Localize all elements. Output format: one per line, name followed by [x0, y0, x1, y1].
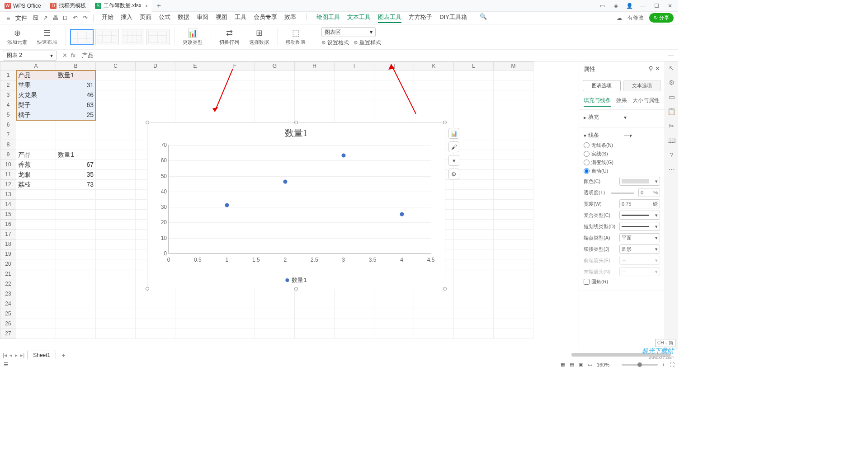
window-rect-icon[interactable]: ▭	[599, 3, 606, 9]
cell[interactable]	[56, 230, 96, 240]
cell[interactable]	[414, 70, 454, 80]
cell[interactable]	[96, 319, 136, 329]
cell[interactable]	[454, 110, 494, 120]
plot-area[interactable]: 01020304050607000.511.522.533.544.5	[168, 145, 431, 254]
rtab-start[interactable]: 开始	[102, 13, 113, 23]
cell[interactable]	[494, 240, 533, 249]
cell[interactable]	[374, 329, 414, 339]
colhead-E[interactable]: E	[175, 61, 215, 70]
tab-templates[interactable]: D 找稻壳模板	[46, 0, 90, 12]
cell[interactable]: 35	[56, 170, 96, 180]
data-point[interactable]	[400, 212, 404, 216]
cell[interactable]	[16, 259, 56, 269]
cell[interactable]	[175, 289, 215, 299]
cell[interactable]	[215, 110, 255, 120]
sheet-add[interactable]: +	[59, 352, 68, 359]
cell[interactable]	[16, 319, 56, 329]
colhead-M[interactable]: M	[494, 61, 533, 70]
cell[interactable]	[16, 309, 56, 319]
cell[interactable]	[96, 70, 136, 80]
view-break-icon[interactable]: ▣	[579, 362, 583, 367]
cell[interactable]	[374, 100, 414, 110]
cell[interactable]	[16, 329, 56, 339]
cell[interactable]	[454, 299, 494, 309]
tab-add[interactable]: +	[152, 2, 165, 10]
cell[interactable]	[96, 150, 136, 160]
cell[interactable]: 67	[56, 160, 96, 170]
rowhead-3[interactable]: 3	[0, 90, 16, 100]
cell[interactable]	[16, 289, 56, 299]
join-select[interactable]: 圆形▾	[619, 244, 660, 254]
tab-workbook[interactable]: S 工作簿数量.xlsx •	[90, 0, 152, 12]
rtab-draw[interactable]: 绘图工具	[316, 13, 340, 23]
cell[interactable]	[255, 289, 295, 299]
rtab-view[interactable]: 视图	[216, 13, 227, 23]
cell[interactable]	[56, 269, 96, 279]
data-point[interactable]	[341, 154, 345, 158]
cell[interactable]	[414, 309, 454, 319]
cell[interactable]	[255, 309, 295, 319]
prop-tab-text[interactable]: 文本选项	[623, 80, 661, 91]
close-window-icon[interactable]: ✕	[666, 3, 674, 9]
file-menu[interactable]: 文件	[13, 14, 30, 22]
cell[interactable]	[96, 249, 136, 259]
close-panel-icon[interactable]: ✕	[655, 65, 660, 72]
colhead-L[interactable]: L	[454, 61, 494, 70]
fill-section-head[interactable]: 填充	[588, 113, 599, 121]
data-point[interactable]	[225, 203, 229, 207]
cell[interactable]	[96, 289, 136, 299]
cell[interactable]	[175, 90, 215, 100]
cell[interactable]: 31	[56, 80, 96, 90]
cell[interactable]	[494, 140, 533, 150]
cell[interactable]	[335, 100, 374, 110]
cell[interactable]	[295, 110, 335, 120]
rtab-diy[interactable]: DIY工具箱	[439, 13, 467, 23]
rowhead-14[interactable]: 14	[0, 200, 16, 210]
cell[interactable]	[414, 110, 454, 120]
prop-tab-chart[interactable]: 图表选项	[583, 80, 621, 91]
colhead-K[interactable]: K	[414, 61, 454, 70]
cell[interactable]	[374, 299, 414, 309]
rowhead-6[interactable]: 6	[0, 120, 16, 130]
cell[interactable]	[335, 289, 374, 299]
cell[interactable]	[335, 90, 374, 100]
cell[interactable]	[16, 140, 56, 150]
cell[interactable]	[215, 70, 255, 80]
cell[interactable]	[414, 289, 454, 299]
cell[interactable]	[96, 160, 136, 170]
share-button[interactable]: ↻ 分享	[649, 13, 674, 23]
cell[interactable]: 苹果	[16, 80, 56, 90]
cell[interactable]	[96, 279, 136, 289]
cell[interactable]	[136, 80, 175, 90]
cell[interactable]	[16, 269, 56, 279]
cell[interactable]: 数量1	[56, 70, 96, 80]
view-page-icon[interactable]: ▤	[570, 362, 574, 367]
colhead-F[interactable]: F	[215, 61, 255, 70]
cell[interactable]	[56, 200, 96, 210]
rowhead-4[interactable]: 4	[0, 100, 16, 110]
rowhead-20[interactable]: 20	[0, 259, 16, 269]
subtab-fill[interactable]: 填充与线条	[584, 97, 611, 107]
zoom-slider[interactable]	[622, 364, 658, 366]
cell[interactable]	[96, 269, 136, 279]
rowhead-16[interactable]: 16	[0, 220, 16, 230]
cell[interactable]	[494, 120, 533, 130]
undo-icon[interactable]: ↶	[71, 14, 80, 21]
cell[interactable]	[494, 210, 533, 220]
cell[interactable]	[215, 319, 255, 329]
sheet-area[interactable]: ABCDEFGHIJKLM 1产品数量12苹果313火龙果464梨子635橘子2…	[0, 61, 579, 350]
cell[interactable]	[255, 100, 295, 110]
cell[interactable]	[494, 150, 533, 160]
fill-dropdown[interactable]: ▾	[624, 114, 660, 121]
clipboard-icon[interactable]: 📋	[667, 108, 676, 116]
cell[interactable]	[96, 309, 136, 319]
cell[interactable]	[175, 329, 215, 339]
cell[interactable]	[335, 309, 374, 319]
cell[interactable]	[56, 319, 96, 329]
line-none-radio[interactable]: 无线条(N)	[584, 142, 660, 149]
cell[interactable]	[295, 80, 335, 90]
cell[interactable]	[454, 80, 494, 90]
save-icon[interactable]: 🖫	[31, 14, 40, 21]
zoom-out-icon[interactable]: −	[614, 362, 617, 367]
ruler-icon[interactable]: ✂	[669, 122, 675, 130]
